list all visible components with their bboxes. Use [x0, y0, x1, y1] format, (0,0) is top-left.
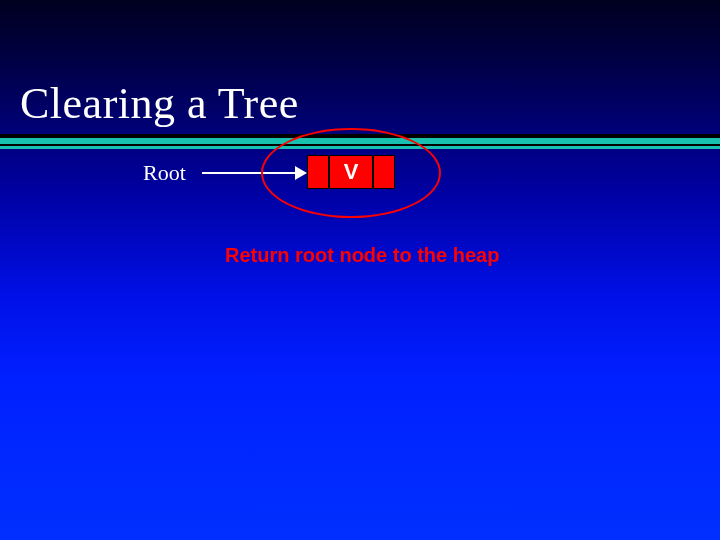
step-caption: Return root node to the heap [225, 244, 499, 267]
slide: Clearing a Tree Root V Return root node … [0, 0, 720, 540]
root-pointer-label: Root [143, 160, 186, 186]
highlight-ellipse-icon [261, 128, 441, 218]
slide-title: Clearing a Tree [20, 78, 299, 129]
